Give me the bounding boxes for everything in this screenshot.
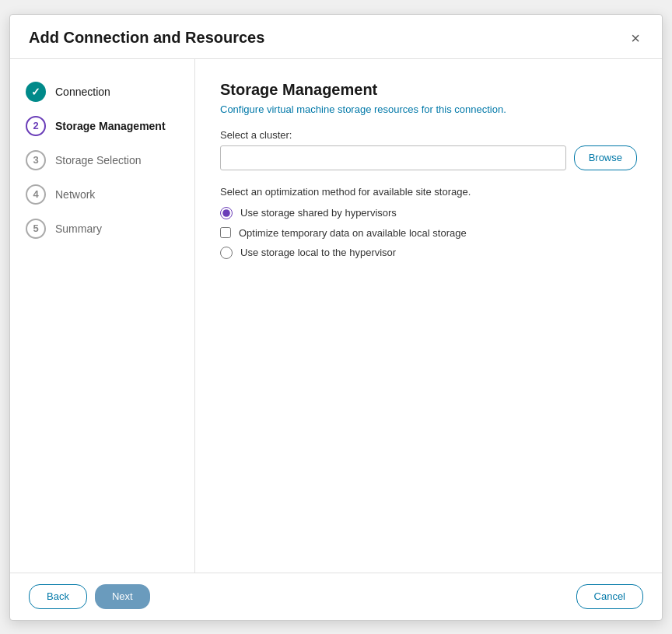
dialog-body: ✓ Connection 2 Storage Management 3 Stor…	[10, 59, 662, 573]
optimization-label: Select an optimization method for availa…	[220, 186, 637, 198]
radio-local-storage[interactable]	[220, 247, 233, 259]
label-local-storage: Use storage local to the hypervisor	[240, 247, 396, 258]
dialog-header: Add Connection and Resources ×	[10, 15, 662, 59]
section-subtitle: Configure virtual machine storage resour…	[220, 103, 637, 115]
back-button[interactable]: Back	[29, 584, 87, 609]
dialog-footer: Back Next Cancel	[10, 573, 662, 620]
sidebar-item-summary[interactable]: 5 Summary	[10, 212, 194, 246]
step-icon-storage-selection: 3	[26, 150, 46, 170]
sidebar-item-label-storage-selection: Storage Selection	[55, 154, 142, 166]
label-temp-storage: Optimize temporary data on available loc…	[239, 227, 467, 239]
checkbox-temp-storage[interactable]	[220, 227, 231, 238]
dialog-title: Add Connection and Resources	[29, 29, 264, 47]
sidebar-item-storage-management[interactable]: 2 Storage Management	[10, 109, 194, 143]
main-content: Storage Management Configure virtual mac…	[195, 59, 662, 573]
sidebar-item-label-connection: Connection	[55, 86, 110, 98]
step-icon-network: 4	[26, 184, 46, 205]
sidebar-item-network[interactable]: 4 Network	[10, 177, 194, 212]
footer-left-buttons: Back Next	[29, 584, 150, 609]
step-number-network: 4	[33, 188, 38, 200]
cluster-input[interactable]	[220, 145, 566, 170]
add-connection-dialog: Add Connection and Resources × ✓ Connect…	[9, 14, 663, 621]
step-icon-connection: ✓	[26, 82, 46, 102]
browse-button[interactable]: Browse	[574, 145, 637, 170]
cluster-label: Select a cluster:	[220, 129, 637, 141]
radio-shared-storage[interactable]	[220, 207, 233, 219]
step-number-summary: 5	[33, 222, 38, 234]
step-icon-summary: 5	[26, 219, 46, 239]
step-number-storage-management: 2	[33, 120, 38, 131]
sidebar: ✓ Connection 2 Storage Management 3 Stor…	[10, 59, 195, 573]
close-button[interactable]: ×	[628, 29, 643, 47]
sidebar-item-label-storage-management: Storage Management	[55, 120, 166, 132]
sidebar-item-connection[interactable]: ✓ Connection	[10, 75, 194, 109]
cluster-row: Browse	[220, 145, 637, 170]
checkmark-icon: ✓	[31, 86, 40, 98]
option-local-storage: Use storage local to the hypervisor	[220, 247, 637, 259]
sidebar-item-storage-selection[interactable]: 3 Storage Selection	[10, 143, 194, 177]
section-title: Storage Management	[220, 81, 637, 99]
next-button[interactable]: Next	[95, 584, 150, 609]
step-number-storage-selection: 3	[33, 154, 38, 166]
sidebar-item-label-summary: Summary	[55, 222, 102, 235]
option-shared-storage: Use storage shared by hypervisors	[220, 207, 637, 219]
cancel-button[interactable]: Cancel	[576, 584, 643, 609]
step-icon-storage-management: 2	[26, 116, 46, 136]
sidebar-item-label-network: Network	[55, 188, 95, 201]
label-shared-storage: Use storage shared by hypervisors	[240, 207, 397, 219]
option-temp-storage: Optimize temporary data on available loc…	[220, 227, 637, 239]
